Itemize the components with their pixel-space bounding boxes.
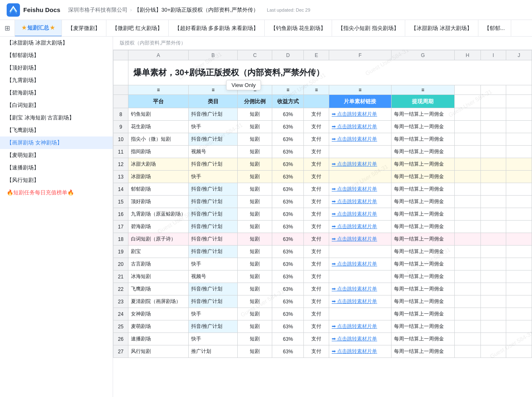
cell-16-g: 每周一结算上一周佣金 [391, 208, 454, 221]
sidebar-item-fengxing[interactable]: 【风行短剧】 [0, 174, 113, 186]
col-header-a: A [128, 50, 189, 60]
cell-12-f[interactable]: ➡ 点击跳转素材片单 [329, 158, 392, 171]
sidebar-item-yuyu[interactable]: 【郁郁剧场】 [0, 49, 113, 62]
filter-icon-f: ≡ [359, 87, 362, 93]
star-icon-2: ★ [50, 25, 55, 31]
cell-9-d: 63% [272, 121, 304, 133]
col-header-settlement: 提现周期 [391, 95, 454, 108]
filter-cell-a[interactable]: ≡ [128, 85, 189, 95]
cell-11-e: 支付 [304, 146, 329, 158]
cell-10-f[interactable]: ➡ 点击跳转素材片单 [329, 133, 392, 146]
cell-20-f[interactable]: ➡ 点击跳转素材片单 [329, 258, 392, 270]
cell-18-f[interactable]: ➡ 点击跳转素材片单 [329, 233, 392, 246]
row-num-16: 16 [113, 208, 128, 221]
sidebar-item-maimeng[interactable]: 【麦萌短剧】 [0, 149, 113, 161]
cell-8-i [480, 108, 506, 121]
sidebar-item-jubao[interactable]: 【剧宝 冰海短剧 古言剧场】 [0, 112, 113, 124]
row-num-10: 10 [113, 133, 128, 146]
filter-cell-e[interactable]: ≡ [304, 85, 329, 95]
filter-cell-g[interactable]: ≡ [391, 85, 454, 95]
col-header-h: H [455, 50, 481, 60]
filter-cell-f[interactable]: ≡ [329, 85, 392, 95]
row-num-15: 15 [113, 196, 128, 208]
cell-21-h [455, 270, 481, 283]
sidebar-item-bingtian-big[interactable]: 【冰甜剧场 冰甜大剧场】 [0, 37, 113, 49]
cell-18-b: 抖音/推广计划 [189, 233, 238, 246]
tab-zhijian[interactable]: 【指尖小短剧 指尖剧场】 [332, 20, 405, 37]
cell-21-j [506, 270, 532, 283]
cell-14-f[interactable]: ➡ 点击跳转素材片单 [329, 183, 392, 196]
cell-16-e: 支付 [304, 208, 329, 221]
cell-8-f[interactable]: ➡ 点击跳转素材片单 [329, 108, 392, 121]
cell-13-b: 快手 [189, 171, 238, 183]
tab-short-drama-summary[interactable]: ★ 短剧汇总 ★ [15, 20, 62, 37]
tab-bingtian[interactable]: 【冰甜剧场 冰甜大剧场】 [405, 20, 478, 37]
cell-22-h [455, 283, 481, 295]
sidebar-item-baici[interactable]: 【白词短剧】 [0, 99, 113, 112]
col-header-row: A B C D E F G H I J [113, 50, 532, 60]
spreadsheet-title: 爆单素材，30+剧场正版授权（内部资料,严禁外传） [128, 60, 532, 85]
cell-20-d: 63% [272, 258, 304, 270]
cell-25-c: 短剧 [238, 320, 272, 333]
breadcrumb-company[interactable]: 深圳市格子科技有限公司 [68, 6, 128, 14]
sidebar-item-fire-task[interactable]: 🔥短剧任务每日充值榜单🔥 [0, 186, 113, 199]
tab-diaoyu[interactable]: 【钓鱼剧场 花生剧场】 [265, 20, 332, 37]
row-num-13: 13 [113, 171, 128, 183]
cell-20-j [506, 258, 532, 270]
row-num-27: 27 [113, 345, 128, 358]
tab-moya[interactable]: 【麦芽微剧】 [62, 20, 106, 37]
cell-8-h [455, 108, 481, 121]
cell-24-a: 女神剧场 [128, 308, 189, 320]
cell-17-d: 63% [272, 221, 304, 233]
cell-22-c: 短剧 [238, 283, 272, 295]
cell-19-i [480, 246, 506, 258]
row-num-19: 19 [113, 246, 128, 258]
row-num-25: 25 [113, 320, 128, 333]
cell-26-a: 速播剧场 [128, 333, 189, 345]
cell-12-e: 支付 [304, 158, 329, 171]
sidebar-item-dinghao[interactable]: 【顶好剧场】 [0, 62, 113, 74]
cell-10-i [480, 133, 506, 146]
sidebar-item-huaping[interactable]: 【画屏剧场 女神剧场】 [0, 136, 113, 149]
sidebar-item-bihai[interactable]: 【碧海剧场】 [0, 87, 113, 99]
cell-17-h [455, 221, 481, 233]
header: Feishu Docs 深圳市格子科技有限公司 › 【剧分钱】30+剧场正版授权… [0, 0, 532, 20]
sheet-container[interactable]: Guest User 584-31 Guest User 584-31 Gues… [113, 50, 532, 397]
tab-yuyu[interactable]: 【郁郁... [478, 20, 511, 37]
cell-25-f[interactable]: ➡ 点击跳转素材片单 [329, 320, 392, 333]
sidebar-item-feiying[interactable]: 【飞鹰剧场】 [0, 124, 113, 136]
cell-19-e: 支付 [304, 246, 329, 258]
cell-19-d: 63% [272, 246, 304, 258]
table-row: 13 冰甜剧场 快手 短剧 63% 支付 每周一结算上一周佣金 [113, 171, 532, 183]
cell-17-f[interactable]: ➡ 点击跳转素材片单 [329, 221, 392, 233]
table-row: 10 指尖小（微）短剧 抖音/推广计划 短剧 63% 支付 ➡ 点击跳转素材片单… [113, 133, 532, 146]
sidebar-item-jiuhuo[interactable]: 【九霄剧场】 [0, 74, 113, 87]
cell-9-b: 快手 [189, 121, 238, 133]
sheets-icon[interactable]: ⊞ [0, 20, 15, 37]
cell-25-j [506, 320, 532, 333]
breadcrumb-doc-title[interactable]: 【剧分钱】30+剧场正版授权（内部资料,严禁外传） [134, 6, 259, 14]
col-header-j-empty [506, 95, 532, 108]
table-row: 22 飞鹰剧场 抖音/推广计划 短剧 63% 支付 ➡ 点击跳转素材片单 每周一… [113, 283, 532, 295]
tab-weijulb[interactable]: 【微剧吧 红火剧场】 [106, 20, 169, 37]
cell-22-f[interactable]: ➡ 点击跳转素材片单 [329, 283, 392, 295]
cell-18-d: 63% [272, 233, 304, 246]
row-num-9: 9 [113, 121, 128, 133]
cell-20-b: 快手 [189, 258, 238, 270]
filter-cell-d[interactable]: ≡ [272, 85, 304, 95]
cell-16-f[interactable]: ➡ 点击跳转素材片单 [329, 208, 392, 221]
svg-rect-0 [7, 3, 20, 17]
sidebar-item-subo[interactable]: 【速播剧场】 [0, 161, 113, 174]
cell-15-f[interactable]: ➡ 点击跳转素材片单 [329, 196, 392, 208]
cell-23-f[interactable]: ➡ 点击跳转素材片单 [329, 295, 392, 308]
cell-9-f[interactable]: ➡ 点击跳转素材片单 [329, 121, 392, 133]
cell-22-g: 每周一结算上一周佣金 [391, 283, 454, 295]
cell-15-g: 每周一结算上一周佣金 [391, 196, 454, 208]
tab-chaohao[interactable]: 【超好看剧场 多多剧场 来看剧场】 [169, 20, 265, 37]
cell-26-f[interactable]: ➡ 点击跳转素材片单 [329, 333, 392, 345]
col-header-i: I [480, 50, 506, 60]
cell-15-a: 顶好剧场 [128, 196, 189, 208]
cell-22-i [480, 283, 506, 295]
cell-8-b: 抖音/推广计划 [189, 108, 238, 121]
cell-27-f[interactable]: ➡ 点击跳转素材片单 [329, 345, 392, 358]
